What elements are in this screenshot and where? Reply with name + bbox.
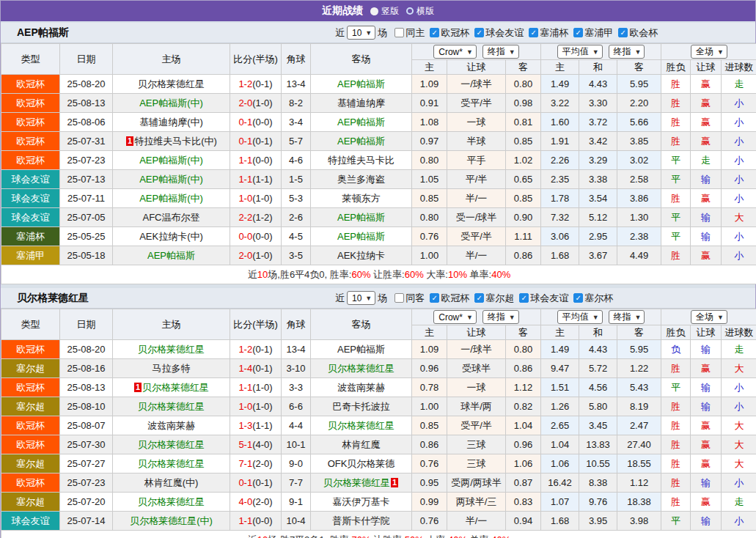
recent-label: 近 — [335, 26, 345, 40]
scope-select[interactable]: 全场▼ — [691, 310, 727, 324]
avg-home-cell: 1.68 — [541, 512, 579, 531]
checkbox-icon[interactable]: ✓ — [573, 28, 583, 37]
full-time-score: 1-4 — [238, 363, 252, 374]
away-team-cell: 特拉维夫马卡比 — [311, 151, 412, 170]
half-time-score: (0-0) — [252, 231, 272, 242]
radio-selected-icon[interactable] — [370, 7, 378, 15]
summary-segment: 10% — [448, 269, 467, 280]
avg-home-cell: 1.68 — [541, 246, 579, 265]
team-name: 贝尔格莱德红星 — [1, 292, 89, 305]
home-team-name: 贝尔格莱德红星 — [138, 439, 205, 450]
league-filter[interactable]: ✓球会友谊 — [474, 26, 524, 40]
odds-home-cell: 1.00 — [412, 246, 447, 265]
checkbox-icon[interactable]: ✓ — [474, 293, 484, 303]
recent-label: 近 — [335, 292, 345, 305]
away-team-cell: AEP帕福斯 — [311, 340, 412, 359]
checkbox-unchecked-icon[interactable] — [394, 28, 404, 37]
average-period-value: 终指 — [614, 311, 631, 323]
home-team-cell: AEP帕福斯(中) — [113, 170, 230, 189]
summary-segment: 10 — [257, 269, 268, 280]
average-select[interactable]: 平均值▼ — [557, 45, 603, 59]
result-handicap-cell: 输 — [691, 208, 722, 227]
league-filter[interactable]: ✓欧冠杯 — [430, 292, 469, 305]
home-team-name: 贝尔格莱德红星 — [138, 78, 205, 89]
odds-home-cell: 0.85 — [412, 189, 447, 208]
same-venue-filter[interactable]: 同主 — [394, 26, 425, 40]
league-filter[interactable]: ✓欧冠杯 — [430, 26, 469, 40]
checkbox-icon[interactable]: ✓ — [519, 293, 529, 303]
league-filter[interactable]: ✓球会友谊 — [519, 292, 568, 305]
recent-count-select[interactable]: 10 ▼ — [347, 26, 375, 40]
average-select[interactable]: 平均值▼ — [557, 310, 603, 324]
layout-option-horizontal[interactable]: 横版 — [406, 5, 434, 18]
avg-away-cell: 1.12 — [617, 473, 661, 493]
checkbox-unchecked-icon[interactable] — [394, 293, 404, 303]
home-team-cell: AEK拉纳卡(中) — [113, 227, 230, 246]
league-filter[interactable]: ✓塞浦甲 — [573, 26, 613, 40]
layout-option-vertical[interactable]: 竖版 — [370, 5, 399, 18]
away-team-name: 贝尔格莱德红星 — [323, 477, 390, 488]
league-filter[interactable]: ✓塞尔杯 — [573, 292, 613, 305]
average-value: 平均值 — [562, 311, 589, 323]
away-team-cell: 普斯卡什学院 — [311, 512, 412, 531]
home-team-cell: 贝尔格莱德红星 — [113, 454, 230, 473]
match-row: 欧冠杯25-08-131贝尔格莱德红星1-1(1-0)3-3波兹南莱赫0.78一… — [1, 378, 756, 397]
handicap-line-cell: 受平/半 — [447, 416, 506, 435]
result-wdl-cell: 胜 — [661, 132, 691, 151]
date-cell: 25-07-11 — [60, 189, 113, 208]
home-team-cell: 1贝尔格莱德红星 — [113, 378, 230, 397]
sub-header-result-wdl: 胜负 — [661, 60, 691, 75]
avg-draw-cell: 4.56 — [579, 378, 617, 397]
league-filter[interactable]: ✓塞浦杯 — [529, 26, 568, 40]
avg-draw-cell: 3.42 — [579, 132, 617, 151]
bookmaker-value: Crow* — [438, 312, 463, 323]
checkbox-icon[interactable]: ✓ — [430, 293, 439, 303]
full-time-score: 1-1 — [238, 382, 252, 393]
score-cell: 1-2(0-1) — [230, 340, 282, 359]
result-goals-cell: 大 — [722, 435, 756, 454]
away-team-name: 巴奇卡托波拉 — [333, 401, 390, 412]
average-period-select[interactable]: 终指▼ — [609, 310, 645, 324]
bookmaker-select[interactable]: Crow*▼ — [433, 310, 477, 324]
scope-select[interactable]: 全场▼ — [691, 45, 727, 59]
bookmaker-select[interactable]: Crow*▼ — [433, 45, 477, 59]
checkbox-icon[interactable]: ✓ — [474, 28, 484, 37]
corner-cell: 13-4 — [282, 75, 311, 94]
away-team-cell: AEP帕福斯 — [311, 208, 412, 227]
home-team-cell: 贝尔格莱德红星 — [113, 435, 230, 454]
average-period-value: 终指 — [614, 45, 631, 58]
half-time-score: (1-0) — [252, 97, 272, 108]
corner-cell: 2-6 — [282, 208, 311, 227]
half-time-score: (0-0) — [252, 155, 272, 166]
result-goals-cell: 大 — [722, 359, 756, 378]
checkbox-icon[interactable]: ✓ — [618, 28, 628, 37]
bookmaker-period-select[interactable]: 终指▼ — [482, 45, 519, 59]
away-team-cell: 莱顿东方 — [311, 189, 412, 208]
checkbox-icon[interactable]: ✓ — [573, 293, 583, 303]
bookmaker-period-select[interactable]: 终指▼ — [482, 310, 519, 324]
odds-away-cell: 0.65 — [506, 170, 541, 189]
avg-draw-cell: 3.72 — [579, 113, 617, 132]
avg-home-cell: 1.26 — [541, 397, 579, 416]
chevron-down-icon: ▼ — [717, 314, 724, 321]
corner-cell: 5-7 — [282, 132, 311, 151]
league-filter-label: 欧会杯 — [629, 26, 658, 40]
home-team-cell: 林肯红魔(中) — [113, 473, 230, 493]
result-wdl-cell: 胜 — [661, 189, 691, 208]
chevron-down-icon: ▼ — [592, 314, 599, 321]
average-period-select[interactable]: 终指▼ — [609, 45, 645, 59]
league-filter[interactable]: ✓塞尔超 — [474, 292, 514, 305]
avg-away-cell: 2.38 — [617, 227, 661, 246]
league-filter[interactable]: ✓欧会杯 — [618, 26, 658, 40]
checkbox-icon[interactable]: ✓ — [430, 28, 439, 37]
checkbox-icon[interactable]: ✓ — [529, 28, 538, 37]
col-header-date: 日期 — [60, 309, 113, 340]
half-time-score: (0-1) — [252, 136, 272, 147]
odds-away-cell: 1.02 — [506, 151, 541, 170]
home-team-name: 贝尔格莱德红星(中) — [130, 515, 213, 526]
same-venue-filter[interactable]: 同客 — [394, 292, 425, 305]
sub-header-result-goals: 进球数 — [722, 60, 756, 75]
radio-unselected-icon[interactable] — [406, 7, 414, 15]
recent-count-select[interactable]: 10 ▼ — [347, 291, 375, 305]
average-selects-cell: 平均值▼ 终指▼ — [541, 309, 661, 325]
